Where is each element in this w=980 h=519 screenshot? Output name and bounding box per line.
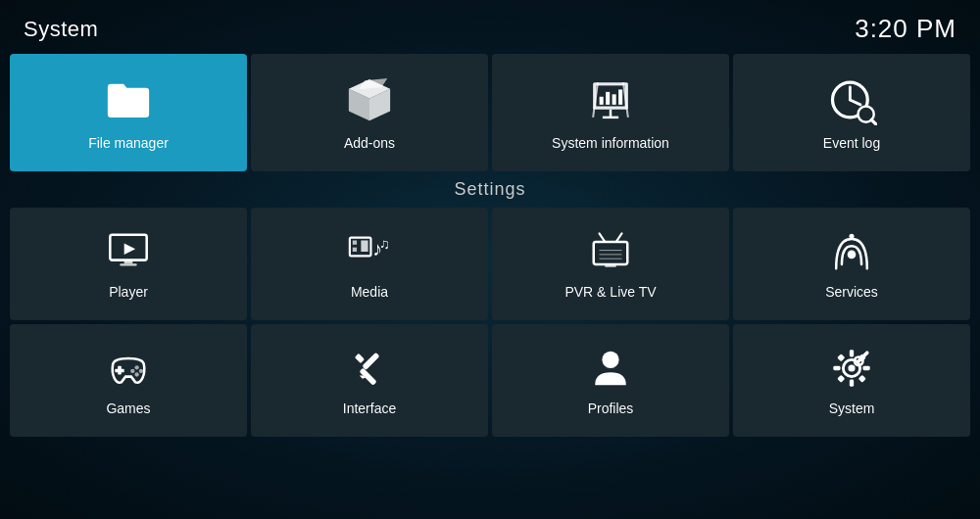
svg-rect-23 xyxy=(120,263,136,265)
svg-rect-52 xyxy=(850,350,854,356)
settings-item-interface-label: Interface xyxy=(343,401,396,416)
settings-grid: Player ♪ ♫ Media xyxy=(10,208,970,437)
svg-point-51 xyxy=(848,364,855,371)
player-icon xyxy=(106,229,151,274)
system-icon xyxy=(829,346,874,391)
top-bar: System 3:20 PM xyxy=(0,0,980,54)
media-icon: ♪ ♫ xyxy=(347,229,392,274)
menu-item-add-ons[interactable]: Add-ons xyxy=(251,54,488,171)
svg-point-39 xyxy=(849,233,854,238)
settings-item-player-label: Player xyxy=(109,284,148,300)
settings-item-interface[interactable]: Interface xyxy=(251,324,488,437)
svg-point-43 xyxy=(139,368,143,372)
svg-rect-37 xyxy=(605,263,616,266)
svg-rect-49 xyxy=(355,353,365,362)
menu-item-system-information-label: System information xyxy=(552,135,669,151)
interface-icon xyxy=(347,346,392,391)
settings-item-player[interactable]: Player xyxy=(10,208,247,320)
games-icon xyxy=(106,346,151,391)
svg-point-44 xyxy=(134,372,138,376)
settings-section: Settings Player xyxy=(0,179,980,437)
folder-icon xyxy=(103,74,154,125)
menu-item-system-information[interactable]: System information xyxy=(492,54,729,171)
svg-rect-57 xyxy=(858,374,866,382)
settings-item-system[interactable]: System xyxy=(733,324,970,437)
settings-item-pvr-label: PVR & Live TV xyxy=(564,284,656,300)
menu-item-file-manager[interactable]: File manager xyxy=(10,54,247,171)
svg-line-18 xyxy=(871,119,876,124)
settings-item-system-label: System xyxy=(829,401,875,416)
clock: 3:20 PM xyxy=(855,14,956,44)
settings-item-services-label: Services xyxy=(825,284,878,300)
settings-item-media-label: Media xyxy=(351,284,388,300)
settings-item-media[interactable]: ♪ ♫ Media xyxy=(251,208,488,320)
svg-text:♫: ♫ xyxy=(379,236,390,252)
svg-rect-55 xyxy=(863,365,870,369)
svg-rect-59 xyxy=(837,374,845,382)
svg-rect-27 xyxy=(361,240,368,252)
svg-rect-56 xyxy=(837,354,845,361)
svg-rect-53 xyxy=(850,379,854,386)
svg-point-38 xyxy=(848,250,857,259)
pvr-icon xyxy=(588,229,633,274)
svg-rect-6 xyxy=(600,97,604,105)
settings-item-games-label: Games xyxy=(106,401,150,416)
menu-item-add-ons-label: Add-ons xyxy=(344,135,395,151)
top-menu: File manager Add-ons xyxy=(0,54,980,171)
settings-item-pvr[interactable]: PVR & Live TV xyxy=(492,208,729,320)
settings-item-services[interactable]: Services xyxy=(733,208,970,320)
svg-rect-7 xyxy=(606,92,610,105)
svg-line-33 xyxy=(616,233,622,242)
svg-rect-9 xyxy=(618,89,622,104)
svg-rect-46 xyxy=(362,352,379,369)
svg-rect-41 xyxy=(115,368,123,372)
app-title: System xyxy=(24,17,98,42)
settings-item-games[interactable]: Games xyxy=(10,324,247,437)
svg-point-42 xyxy=(134,365,138,369)
svg-rect-25 xyxy=(353,240,357,244)
svg-line-32 xyxy=(600,233,606,242)
event-log-icon xyxy=(826,74,877,125)
svg-rect-8 xyxy=(612,94,616,105)
svg-line-16 xyxy=(850,100,860,105)
svg-rect-26 xyxy=(353,247,357,251)
services-icon xyxy=(829,229,874,274)
menu-item-file-manager-label: File manager xyxy=(88,135,169,151)
svg-point-45 xyxy=(130,368,134,372)
menu-item-event-log-label: Event log xyxy=(823,135,880,151)
settings-item-profiles[interactable]: Profiles xyxy=(492,324,729,437)
svg-point-50 xyxy=(602,351,618,367)
box-icon xyxy=(344,74,395,125)
svg-rect-54 xyxy=(833,365,840,369)
svg-rect-22 xyxy=(124,260,133,263)
settings-item-profiles-label: Profiles xyxy=(588,401,634,416)
system-info-icon xyxy=(585,74,636,125)
menu-item-event-log[interactable]: Event log xyxy=(733,54,970,171)
profiles-icon xyxy=(588,346,633,391)
settings-title: Settings xyxy=(10,179,970,200)
